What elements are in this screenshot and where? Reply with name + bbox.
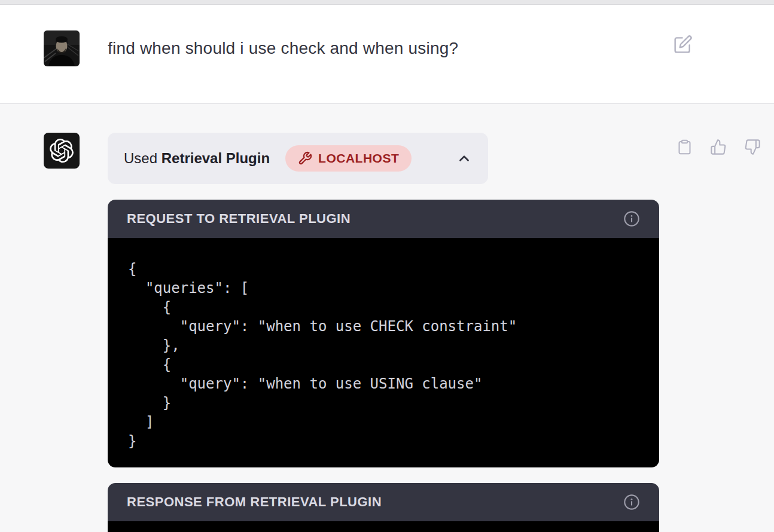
plugin-usage-toggle[interactable]: Used Retrieval Plugin LOCALHOST [108, 133, 488, 184]
request-panel: REQUEST TO RETRIEVAL PLUGIN { "queries":… [108, 200, 659, 467]
request-panel-title: REQUEST TO RETRIEVAL PLUGIN [127, 211, 351, 227]
edit-icon [674, 35, 693, 54]
thumbs-up-button[interactable] [710, 138, 727, 156]
response-panel-title: RESPONSE FROM RETRIEVAL PLUGIN [127, 494, 382, 510]
plugin-name: Retrieval Plugin [161, 150, 270, 166]
chevron-up-icon [456, 151, 472, 166]
thumbs-down-icon [744, 139, 761, 155]
clipboard-icon [677, 138, 693, 156]
response-info-button[interactable] [623, 494, 640, 510]
user-message-row: find when should i use check and when us… [0, 5, 774, 104]
message-actions [677, 138, 761, 156]
response-panel-header: RESPONSE FROM RETRIEVAL PLUGIN [108, 483, 659, 521]
edit-message-button[interactable] [674, 35, 693, 54]
assistant-content: Used Retrieval Plugin LOCALHOST REQUEST … [108, 133, 659, 531]
assistant-avatar [44, 133, 80, 169]
previous-message-edge [0, 0, 774, 5]
copy-button[interactable] [677, 138, 693, 156]
request-panel-header: REQUEST TO RETRIEVAL PLUGIN [108, 200, 659, 238]
response-code-block [108, 521, 659, 532]
openai-logo-icon [50, 139, 74, 163]
user-avatar [44, 30, 80, 66]
assistant-message-row: Used Retrieval Plugin LOCALHOST REQUEST … [0, 104, 774, 531]
info-icon [623, 494, 640, 510]
user-message-text: find when should i use check and when us… [108, 37, 646, 103]
info-icon [623, 210, 640, 227]
request-code-block: { "queries": [ { "query": "when to use C… [108, 238, 659, 467]
user-photo [44, 30, 80, 66]
localhost-badge: LOCALHOST [285, 145, 412, 172]
thumbs-up-icon [710, 139, 727, 155]
response-panel: RESPONSE FROM RETRIEVAL PLUGIN [108, 483, 659, 532]
wrench-icon [298, 151, 312, 166]
plugin-used-label: Used Retrieval Plugin [124, 150, 270, 167]
used-prefix: Used [124, 150, 157, 166]
badge-label: LOCALHOST [318, 151, 399, 166]
request-info-button[interactable] [623, 210, 640, 227]
thumbs-down-button[interactable] [744, 138, 761, 156]
